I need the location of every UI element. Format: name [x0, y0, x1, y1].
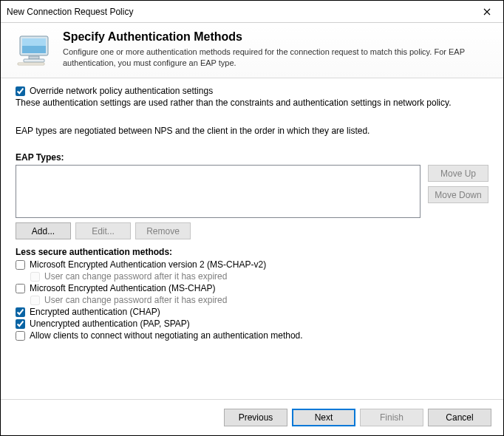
finish-button[interactable]: Finish: [360, 409, 423, 426]
eap-area: Move Up Move Down: [16, 165, 488, 218]
eap-side-buttons: Move Up Move Down: [428, 165, 488, 203]
allow-no-auth-label: Allow clients to connect without negotia…: [30, 330, 303, 341]
cancel-button[interactable]: Cancel: [428, 409, 491, 426]
chap-label: Encrypted authentication (CHAP): [30, 307, 160, 317]
eap-row-buttons: Add... Edit... Remove: [16, 222, 488, 239]
header-text-column: Specify Authentication Methods Configure…: [63, 30, 488, 69]
eap-types-label: EAP Types:: [16, 152, 488, 163]
window-title: New Connection Request Policy: [7, 7, 470, 17]
previous-button[interactable]: Previous: [224, 409, 287, 426]
allow-no-auth-row: Allow clients to connect without negotia…: [16, 330, 488, 341]
mschap-pw-row: User can change password after it has ex…: [16, 295, 488, 305]
chap-row: Encrypted authentication (CHAP): [16, 307, 488, 317]
mschap-checkbox[interactable]: [16, 284, 25, 293]
monitor-icon: [17, 33, 54, 69]
override-note: These authentication settings are used r…: [16, 98, 488, 108]
mschap-pw-checkbox: [30, 296, 40, 305]
page-description: Configure one or more authentication met…: [63, 47, 488, 69]
close-icon: [483, 8, 491, 16]
chap-checkbox[interactable]: [16, 307, 25, 317]
mschap-v2-row: Microsoft Encrypted Authentication versi…: [16, 259, 488, 270]
titlebar: New Connection Request Policy: [1, 1, 503, 23]
move-down-button[interactable]: Move Down: [428, 186, 488, 203]
mschap-row: Microsoft Encrypted Authentication (MS-C…: [16, 283, 488, 293]
wizard-footer: Previous Next Finish Cancel: [1, 399, 503, 435]
svg-rect-5: [18, 63, 44, 65]
eap-types-listbox[interactable]: [16, 165, 420, 218]
remove-button[interactable]: Remove: [135, 222, 191, 239]
page-heading: Specify Authentication Methods: [63, 30, 488, 44]
mschap-v2-checkbox[interactable]: [16, 260, 25, 270]
pap-row: Unencrypted authentication (PAP, SPAP): [16, 319, 488, 329]
mschap-pw-label: User can change password after it has ex…: [44, 295, 227, 305]
mschap-label: Microsoft Encrypted Authentication (MS-C…: [30, 283, 215, 293]
add-button[interactable]: Add...: [16, 222, 71, 239]
next-button[interactable]: Next: [292, 409, 355, 426]
mschap-v2-label: Microsoft Encrypted Authentication versi…: [30, 259, 266, 270]
eap-note: EAP types are negotiated between NPS and…: [16, 126, 488, 136]
svg-rect-2: [22, 38, 46, 46]
less-secure-title: Less secure authentication methods:: [16, 247, 488, 257]
wizard-header: Specify Authentication Methods Configure…: [1, 23, 503, 78]
svg-rect-3: [29, 56, 39, 59]
override-checkbox-row: Override network policy authentication s…: [16, 86, 488, 96]
mschap-v2-pw-checkbox: [30, 272, 40, 282]
override-checkbox[interactable]: [16, 86, 25, 96]
override-label: Override network policy authentication s…: [30, 86, 213, 96]
mschap-v2-pw-label: User can change password after it has ex…: [44, 271, 227, 282]
move-up-button[interactable]: Move Up: [428, 165, 488, 182]
pap-checkbox[interactable]: [16, 319, 25, 329]
close-button[interactable]: [470, 1, 503, 22]
svg-rect-4: [24, 59, 44, 62]
header-icon-column: [17, 30, 63, 69]
wizard-body: Override network policy authentication s…: [1, 78, 503, 399]
allow-no-auth-checkbox[interactable]: [16, 331, 25, 341]
edit-button[interactable]: Edit...: [75, 222, 131, 239]
mschap-v2-pw-row: User can change password after it has ex…: [16, 271, 488, 282]
pap-label: Unencrypted authentication (PAP, SPAP): [30, 319, 190, 329]
